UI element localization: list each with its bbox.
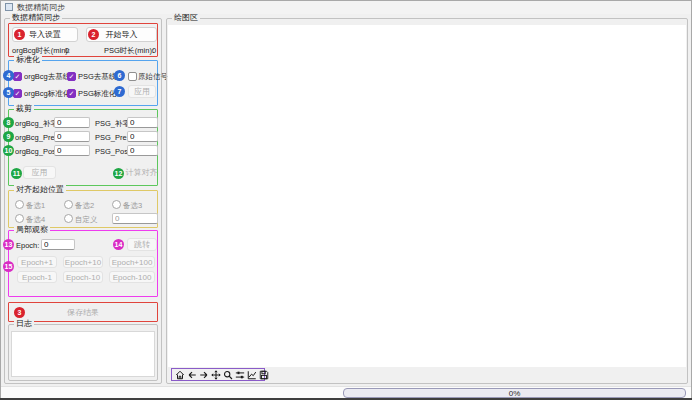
align-custom-input[interactable] [112,213,158,224]
badge-15: 15 [3,261,14,272]
epoch-minus10-button[interactable]: Epoch-10 [63,271,103,283]
psg-post-input[interactable] [127,145,158,156]
orgbcg-normalize-label: orgBcg标准化 [24,89,70,99]
psg-detrend-checkbox[interactable] [67,72,76,81]
normalize-title: 标准化 [14,55,42,65]
psg-pad-input[interactable] [127,117,158,128]
align-option-label: 备选4 [26,215,45,225]
psg-normalize-checkbox[interactable] [67,89,76,98]
badge-14: 14 [113,239,124,250]
log-textarea[interactable] [11,331,155,377]
orgbcg-duration-value: 0 [65,46,69,55]
title-bar: 数据精简同步 [0,0,692,14]
forward-icon[interactable] [199,369,209,381]
badge-11: 11 [11,168,22,179]
raw-signal-label: 原始信号 [138,72,168,82]
normalize-section: 标准化 4 orgBcg去基线 PSG去基线 6 原始信号 5 orgBcg标准… [8,60,158,106]
badge-6: 6 [114,70,125,81]
align-option-label: 备选2 [75,201,94,211]
customize-icon[interactable] [247,369,257,381]
import-section: 导入设置 1 开始导入 2 orgBcg时长(min): 0 PSG时长(min… [8,23,158,57]
pan-icon[interactable] [211,369,221,381]
epoch-input[interactable] [41,239,75,250]
orgbcg-normalize-checkbox[interactable] [13,89,22,98]
orgbcg-post-input[interactable] [54,145,90,156]
align-section: 对齐起始位置 备选1 备选2 备选3 备选4 自定义 [8,190,158,228]
crop-apply-button[interactable]: 应用 [23,166,56,179]
back-icon[interactable] [187,369,197,381]
epoch-title: 局部观察 [14,225,50,235]
plot-panel-group: 绘图区 [166,18,688,384]
badge-9: 9 [3,131,14,142]
badge-12: 12 [113,168,124,179]
align-option-radio-custom[interactable] [64,214,73,223]
orgbcg-pad-input[interactable] [54,117,90,128]
window-title: 数据精简同步 [17,2,65,13]
orgbcg-pre-input[interactable] [54,131,90,142]
plot-toolbar [171,368,265,381]
log-group: 日志 [8,324,158,381]
align-option-label: 自定义 [75,215,98,225]
plot-canvas[interactable] [168,25,686,367]
badge-7: 7 [114,86,125,97]
crop-section: 裁剪 8 orgBcg_补零: PSG_补零: 9 orgBcg_Pre: PS… [8,109,158,186]
align-option-radio-3[interactable] [112,200,121,209]
badge-13: 13 [3,239,14,250]
subplots-icon[interactable] [235,369,245,381]
epoch-plus100-button[interactable]: Epoch+100 [109,256,155,268]
psg-detrend-label: PSG去基线 [78,72,116,82]
save-icon[interactable] [259,369,269,381]
epoch-minus100-button[interactable]: Epoch-100 [109,271,155,283]
app-icon [5,3,13,11]
normalize-apply-button[interactable]: 应用 [128,85,156,98]
epoch-minus1-button[interactable]: Epoch-1 [17,271,57,283]
badge-1: 1 [14,29,25,40]
epoch-plus1-button[interactable]: Epoch+1 [17,256,57,268]
align-title: 对齐起始位置 [14,185,66,195]
epoch-jump-button[interactable]: 跳转 [127,238,157,251]
orgbcg-detrend-checkbox[interactable] [13,72,22,81]
psg-duration-label: PSG时长(min): [104,46,154,56]
epoch-section: 局部观察 13 Epoch: 14 跳转 15 Epoch+1 Epoch+10… [8,230,158,297]
badge-4: 4 [3,70,14,81]
align-option-label: 备选1 [26,201,45,211]
badge-5: 5 [3,87,14,98]
badge-2: 2 [88,29,99,40]
crop-row-label: orgBcg_Pre: [15,133,57,142]
raw-signal-checkbox[interactable] [128,72,137,81]
epoch-label: Epoch: [16,241,39,250]
align-option-radio-4[interactable] [15,214,24,223]
align-option-radio-2[interactable] [64,200,73,209]
left-panel-group: 数据精简同步 导入设置 1 开始导入 2 orgBcg时长(min): 0 PS… [4,18,162,384]
align-option-radio-1[interactable] [15,200,24,209]
orgbcg-detrend-label: orgBcg去基线 [24,72,70,82]
psg-pre-input[interactable] [127,131,158,142]
home-icon[interactable] [175,369,185,381]
badge-8: 8 [3,117,14,128]
progress-bar: 0% [343,388,686,398]
left-panel-title: 数据精简同步 [10,13,62,23]
crop-title: 裁剪 [14,104,34,114]
psg-normalize-label: PSG标准化 [78,89,116,99]
crop-row-label: PSG_Pre: [95,133,129,142]
badge-3: 3 [14,307,25,318]
epoch-plus10-button[interactable]: Epoch+10 [63,256,103,268]
badge-10: 10 [3,145,14,156]
save-results-button[interactable]: 保存结果 [10,304,156,320]
plot-panel-title: 绘图区 [172,13,200,23]
align-option-label: 备选3 [123,201,142,211]
log-title: 日志 [14,319,34,329]
psg-duration-value: 0 [152,46,156,55]
zoom-icon[interactable] [223,369,233,381]
calc-align-button[interactable]: 计算对齐 [125,166,158,179]
